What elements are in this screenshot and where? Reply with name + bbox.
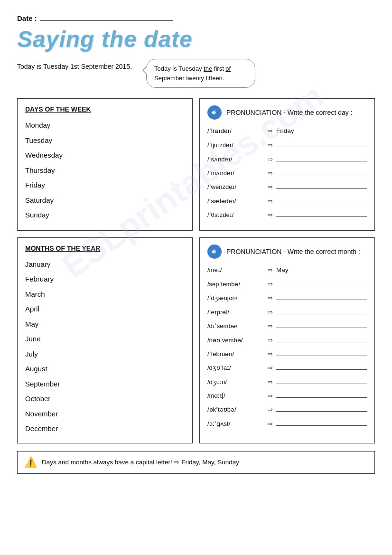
- answer-line: [276, 147, 367, 147]
- arrow: ⇨: [268, 362, 273, 373]
- list-item: January: [25, 257, 185, 272]
- list-item: Wednesday: [25, 148, 185, 163]
- list-item: Sunday: [25, 207, 185, 223]
- phonetic: /ˈmʌndeɪ/: [207, 168, 264, 179]
- pron-row: /ɒkˈtəʊbə/ ⇨: [207, 404, 367, 415]
- list-item: June: [25, 331, 185, 347]
- example-F: F: [181, 459, 185, 466]
- arrow: ⇨: [268, 140, 273, 151]
- months-box: MONTHS OF THE YEAR January February Marc…: [17, 237, 193, 443]
- list-item: Saturday: [25, 193, 185, 208]
- speaker-icon-days: [207, 105, 222, 120]
- date-underline: [40, 20, 173, 21]
- answer-line: [276, 425, 367, 426]
- always-underline: always: [93, 459, 113, 466]
- warning-text: Days and months always have a capital le…: [42, 458, 239, 467]
- pron-row: /ˈsʌndeɪ/ ⇨: [207, 154, 367, 165]
- arrow: ⇨: [268, 418, 273, 429]
- phonetic: /ˈdʒænjʊri/: [207, 292, 264, 303]
- list-item: Friday: [25, 178, 185, 193]
- months-list: January February March April May June Ju…: [25, 257, 185, 436]
- example-S: S: [217, 459, 222, 466]
- days-box-title: DAYS OF THE WEEK: [25, 105, 185, 113]
- phonetic: /dʒuːn/: [207, 376, 264, 387]
- answer-line: [276, 342, 367, 342]
- arrow: ⇨: [268, 348, 273, 359]
- answer-line: [276, 411, 367, 412]
- arrow: ⇨: [268, 154, 273, 165]
- arrow: ⇨: [268, 168, 273, 179]
- answer-line: [276, 384, 367, 384]
- arrow: ⇨: [268, 196, 273, 207]
- answer-line: [276, 175, 367, 175]
- list-item: August: [25, 361, 185, 376]
- arrow: ⇨: [268, 320, 273, 331]
- bubble-text: Today is Tuesday the first of September …: [154, 65, 231, 82]
- answer-line: [276, 369, 367, 370]
- answer-line: [276, 314, 367, 314]
- arrow: ⇨: [268, 376, 273, 387]
- main-grid: DAYS OF THE WEEK Monday Tuesday Wednesda…: [17, 98, 375, 443]
- list-item: March: [25, 287, 185, 302]
- pron-row: /ɔːˈɡʌst/ ⇨: [207, 418, 367, 429]
- answer-line: [276, 216, 367, 217]
- arrow: ⇨: [268, 125, 273, 136]
- list-item: July: [25, 347, 185, 362]
- list-item: Thursday: [25, 163, 185, 178]
- pron-row: /ˈθɜːzdeɪ/ ⇨: [207, 209, 367, 220]
- list-item: December: [25, 421, 185, 436]
- pron-days-box: PRONUNCIATION - Write the correct day : …: [199, 98, 375, 231]
- pron-row: /ˈdʒænjʊri/ ⇨: [207, 292, 367, 303]
- arrow: ⇨: [268, 181, 273, 192]
- answer-line: [276, 188, 367, 189]
- answer-line: [276, 328, 367, 328]
- pron-months-header: PRONUNCIATION - Write the correct month …: [207, 245, 367, 259]
- arrow: ⇨: [268, 264, 273, 275]
- pron-months-title: PRONUNCIATION - Write the correct month …: [226, 248, 360, 255]
- example-M: M: [202, 459, 207, 466]
- arrow: ⇨: [268, 307, 273, 318]
- footer-warning: ⚠️ Days and months always have a capital…: [17, 451, 375, 474]
- arrow: ⇨: [268, 209, 273, 220]
- arrow: ⇨: [268, 292, 273, 303]
- date-line: Date :: [17, 14, 375, 22]
- pron-answer: May: [276, 264, 305, 276]
- days-list: Monday Tuesday Wednesday Thursday Friday…: [25, 118, 185, 223]
- pron-row: /ˈwenzdeɪ/ ⇨: [207, 181, 367, 192]
- list-item: May: [25, 317, 185, 332]
- phonetic: /sepˈtembə/: [207, 279, 264, 290]
- phonetic: /ˈfraɪdeɪ/: [207, 125, 264, 136]
- list-item: October: [25, 391, 185, 406]
- list-item: April: [25, 301, 185, 317]
- phonetic: /ˈsætədeɪ/: [207, 196, 264, 207]
- phonetic: /ˈwenzdeɪ/: [207, 181, 264, 192]
- months-box-title: MONTHS OF THE YEAR: [25, 245, 185, 252]
- page-title: Saying the date: [17, 26, 375, 52]
- pron-row: /nəʊˈvembə/ ⇨: [207, 335, 367, 346]
- pron-row: /dʒuːn/ ⇨: [207, 376, 367, 387]
- pron-days-header: PRONUNCIATION - Write the correct day :: [207, 105, 367, 120]
- pron-row: /dɪˈsembə/ ⇨: [207, 320, 367, 331]
- pron-row: /ˈsætədeɪ/ ⇨: [207, 196, 367, 207]
- phonetic: /ˈtjuːzdeɪ/: [207, 140, 264, 151]
- answer-line: [276, 286, 367, 286]
- answer-line: [276, 356, 367, 356]
- intro-sentence: Today is Tuesday 1st September 2015.: [17, 63, 132, 70]
- phonetic: /ˈfebruəri/: [207, 348, 264, 359]
- intro-row: Today is Tuesday 1st September 2015. Tod…: [17, 59, 375, 88]
- speech-bubble: Today is Tuesday the first of September …: [146, 59, 255, 88]
- answer-line: [276, 161, 367, 161]
- speaker-icon-months: [207, 245, 222, 259]
- phonetic: /ˈθɜːzdeɪ/: [207, 209, 264, 220]
- pron-months-box: PRONUNCIATION - Write the correct month …: [199, 237, 375, 443]
- list-item: Tuesday: [25, 133, 185, 148]
- answer-line: [276, 203, 367, 203]
- phonetic: /dɪˈsembə/: [207, 320, 264, 331]
- list-item: Monday: [25, 118, 185, 133]
- intro-text: Today is Tuesday 1st September 2015.: [17, 59, 132, 70]
- phonetic: /dʒʊˈlaɪ/: [207, 362, 264, 373]
- pron-row: /ˈfebruəri/ ⇨: [207, 348, 367, 359]
- list-item: February: [25, 272, 185, 287]
- arrow: ⇨: [268, 404, 273, 415]
- answer-line: [276, 397, 367, 398]
